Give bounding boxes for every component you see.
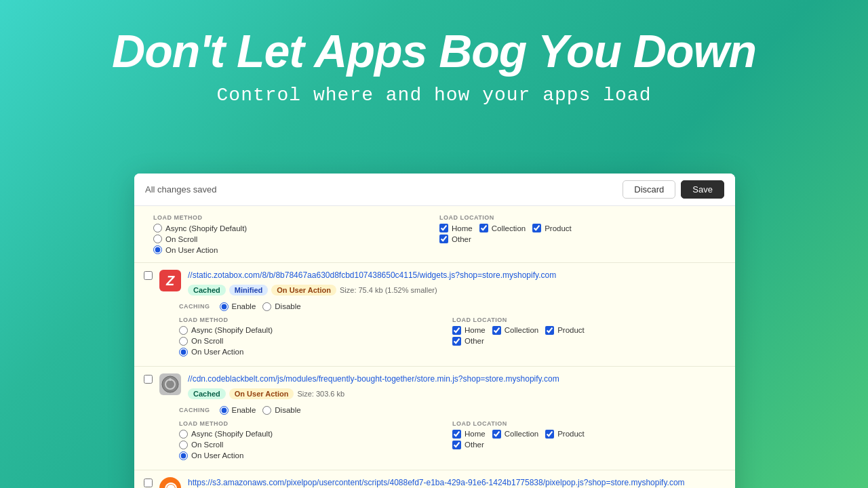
- zotabox-url: //static.zotabox.com/8/b/8b78467aa630d8f…: [188, 270, 726, 281]
- collection-check-0[interactable]: Collection: [479, 224, 526, 232]
- main-panel: All changes saved Discard Save LOAD METH…: [134, 174, 735, 488]
- script-row-pixelpop: ◉ https://s3.amazonaws.com/pixelpop/user…: [134, 470, 735, 488]
- user-action-label-0: On User Action: [165, 246, 218, 254]
- async-label-0: Async (Shopify Default): [165, 224, 247, 232]
- settings-zotabox: LOAD METHOD Async (Shopify Default) On S…: [144, 314, 726, 359]
- other-label-0: Other: [452, 235, 471, 243]
- codeblackbelt-info: //cdn.codeblackbelt.com/js/modules/frequ…: [188, 373, 726, 399]
- svg-point-2: [169, 378, 172, 381]
- disable-label-codeblackbelt: Disable: [275, 406, 300, 414]
- user-action-option-0[interactable]: On User Action: [153, 245, 439, 254]
- zotabox-icon: Z: [159, 270, 181, 291]
- user-action-option-zotabox[interactable]: On User Action: [179, 348, 452, 357]
- load-method-label-0: LOAD METHOD: [153, 214, 439, 221]
- load-location-block-codeblackbelt: LOAD LOCATION Home Collection: [452, 420, 726, 460]
- location-options-0: Home Collection Product: [439, 224, 726, 243]
- scroll-label-codeblackbelt: On Scroll: [191, 441, 223, 449]
- script-row-zotabox: Z //static.zotabox.com/8/b/8b78467aa630d…: [134, 263, 735, 367]
- async-option-codeblackbelt[interactable]: Async (Shopify Default): [179, 430, 452, 439]
- async-option-zotabox[interactable]: Async (Shopify Default): [179, 326, 452, 335]
- script-checkbox-pixelpop[interactable]: [144, 479, 153, 487]
- size-zotabox: Size: 75.4 kb (1.52% smaller): [340, 286, 437, 294]
- disable-caching-codeblackbelt[interactable]: Disable: [262, 406, 300, 415]
- load-location-label-zotabox: LOAD LOCATION: [452, 317, 726, 323]
- zotabox-tags: Cached Minified On User Action Size: 75.…: [188, 285, 726, 296]
- home-check-codeblackbelt[interactable]: Home: [452, 430, 486, 439]
- codeblackbelt-tags: Cached On User Action Size: 303.6 kb: [188, 388, 726, 399]
- collection-check-zotabox[interactable]: Collection: [492, 326, 539, 335]
- collection-label-0: Collection: [492, 224, 526, 232]
- save-button[interactable]: Save: [681, 180, 724, 199]
- enable-caching-zotabox[interactable]: Enable: [220, 302, 256, 311]
- hero-section: Don't Let Apps Bog You Down Control wher…: [0, 0, 868, 126]
- script-row-codeblackbelt: //cdn.codeblackbelt.com/js/modules/frequ…: [134, 367, 735, 470]
- settings-codeblackbelt: LOAD METHOD Async (Shopify Default) On S…: [144, 418, 726, 463]
- async-label-codeblackbelt: Async (Shopify Default): [191, 430, 273, 438]
- disable-label-zotabox: Disable: [275, 302, 300, 310]
- scroll-option-codeblackbelt[interactable]: On Scroll: [179, 441, 452, 449]
- save-status: All changes saved: [145, 184, 217, 195]
- load-method-options-zotabox: Async (Shopify Default) On Scroll On Use…: [179, 326, 452, 357]
- other-check-zotabox[interactable]: Other: [452, 337, 484, 346]
- home-check-0[interactable]: Home: [439, 224, 473, 232]
- load-location-label-0: LOAD LOCATION: [439, 214, 726, 221]
- hero-subtitle: Control where and how your apps load: [27, 85, 841, 106]
- user-action-tag-codeblackbelt: On User Action: [229, 388, 294, 399]
- location-options-codeblackbelt: Home Collection Product: [452, 430, 726, 449]
- scroll-option-zotabox[interactable]: On Scroll: [179, 337, 452, 346]
- zotabox-info: //static.zotabox.com/8/b/8b78467aa630d8f…: [188, 270, 726, 296]
- panel-content: LOAD METHOD Async (Shopify Default) On S…: [134, 206, 735, 488]
- script-top-pixelpop: ◉ https://s3.amazonaws.com/pixelpop/user…: [144, 477, 726, 488]
- pixelpop-icon: ◉: [159, 477, 181, 488]
- load-method-block-codeblackbelt: LOAD METHOD Async (Shopify Default) On S…: [179, 420, 452, 460]
- location-options-zotabox: Home Collection Product: [452, 326, 726, 346]
- load-method-options-0: Async (Shopify Default) On Scroll On Use…: [153, 224, 439, 254]
- first-partial-row: LOAD METHOD Async (Shopify Default) On S…: [134, 206, 735, 263]
- product-check-codeblackbelt[interactable]: Product: [545, 430, 585, 439]
- user-action-label-codeblackbelt: On User Action: [191, 451, 243, 460]
- script-top-codeblackbelt: //cdn.codeblackbelt.com/js/modules/frequ…: [144, 373, 726, 399]
- product-check-0[interactable]: Product: [532, 224, 572, 232]
- caching-label-codeblackbelt: CACHING: [179, 407, 210, 413]
- disable-caching-zotabox[interactable]: Disable: [262, 302, 300, 311]
- codeblackbelt-url: //cdn.codeblackbelt.com/js/modules/frequ…: [188, 373, 726, 385]
- enable-label-zotabox: Enable: [232, 302, 256, 310]
- other-label-codeblackbelt: Other: [465, 441, 484, 449]
- script-top-zotabox: Z //static.zotabox.com/8/b/8b78467aa630d…: [144, 270, 726, 296]
- checkbox-col-codeblackbelt: [144, 373, 153, 384]
- checkbox-col-pixelpop: [144, 477, 153, 487]
- pixelpop-url: https://s3.amazonaws.com/pixelpop/userco…: [188, 477, 726, 488]
- codeblackbelt-icon: [159, 373, 181, 395]
- user-action-option-codeblackbelt[interactable]: On User Action: [179, 451, 452, 460]
- scroll-option-0[interactable]: On Scroll: [153, 235, 439, 243]
- load-location-block-0: LOAD LOCATION Home Collection: [439, 214, 726, 254]
- enable-caching-codeblackbelt[interactable]: Enable: [220, 406, 256, 415]
- script-checkbox-zotabox[interactable]: [144, 271, 153, 280]
- user-action-label-zotabox: On User Action: [191, 348, 243, 356]
- async-label-zotabox: Async (Shopify Default): [191, 326, 273, 334]
- product-check-zotabox[interactable]: Product: [545, 326, 585, 335]
- hero-title: Don't Let Apps Bog You Down: [27, 26, 841, 77]
- product-label-codeblackbelt: Product: [557, 430, 585, 438]
- script-checkbox-codeblackbelt[interactable]: [144, 375, 153, 384]
- other-check-0[interactable]: Other: [439, 235, 471, 243]
- load-method-block-0: LOAD METHOD Async (Shopify Default) On S…: [153, 214, 439, 254]
- home-label-0: Home: [452, 224, 473, 232]
- pixelpop-info: https://s3.amazonaws.com/pixelpop/userco…: [188, 477, 726, 488]
- product-label-0: Product: [545, 224, 572, 232]
- header-buttons: Discard Save: [623, 180, 724, 199]
- load-location-label-codeblackbelt: LOAD LOCATION: [452, 420, 726, 427]
- async-option-0[interactable]: Async (Shopify Default): [153, 224, 439, 232]
- collection-label-codeblackbelt: Collection: [505, 430, 539, 438]
- scroll-label-0: On Scroll: [165, 235, 197, 243]
- discard-button[interactable]: Discard: [623, 180, 675, 199]
- other-check-codeblackbelt[interactable]: Other: [452, 441, 484, 449]
- home-check-zotabox[interactable]: Home: [452, 326, 486, 335]
- scroll-label-zotabox: On Scroll: [191, 337, 223, 345]
- collection-check-codeblackbelt[interactable]: Collection: [492, 430, 539, 439]
- panel-header: All changes saved Discard Save: [134, 174, 735, 206]
- minified-tag-zotabox: Minified: [229, 285, 269, 296]
- caching-label-zotabox: CACHING: [179, 303, 210, 310]
- load-method-label-zotabox: LOAD METHOD: [179, 317, 452, 323]
- collection-label-zotabox: Collection: [505, 326, 539, 334]
